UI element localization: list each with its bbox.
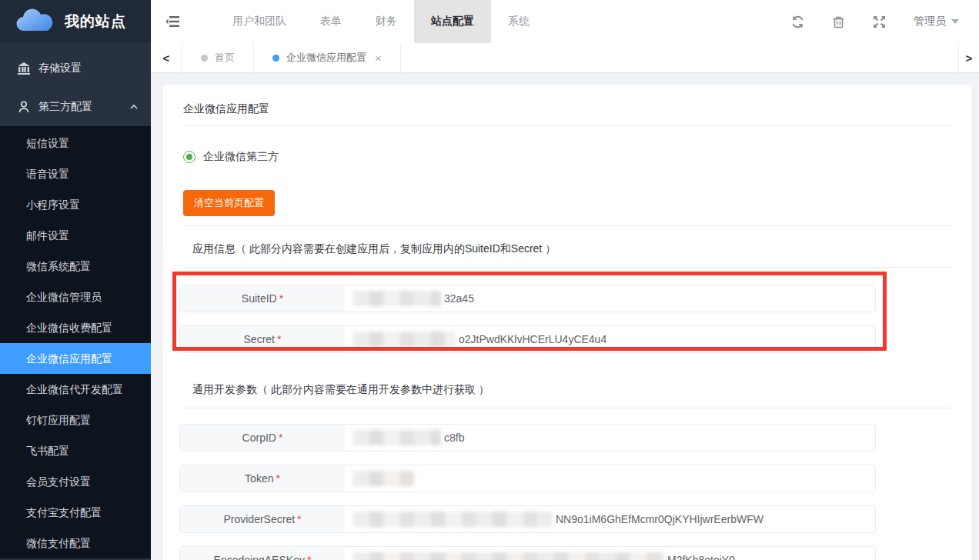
redacted-value-block	[353, 471, 414, 486]
tab-close-icon[interactable]: ×	[375, 52, 382, 64]
sidebar-submenu-item[interactable]: 企业微信代开发配置	[0, 374, 151, 405]
field-label: Secret *	[180, 326, 345, 352]
submenu-item-label: 飞书配置	[26, 445, 69, 457]
sidebar-submenu-item[interactable]: 支付宝支付配置	[0, 497, 151, 528]
form-field-row: Secret * o2JtPwdKKlvHCErLU4yCE4u4	[179, 325, 876, 353]
sidebar-submenu-item[interactable]: 语音设置	[0, 158, 151, 189]
trash-icon[interactable]	[832, 15, 845, 28]
field-input[interactable]: 32a45	[345, 285, 875, 312]
submenu-item-label: 会员支付设置	[26, 475, 91, 488]
field-input[interactable]	[345, 465, 875, 492]
redacted-value-block	[353, 291, 441, 306]
nav-tab-label: 系统	[508, 15, 530, 28]
submenu-item-label: 语音设置	[26, 168, 69, 180]
sidebar-submenu-item[interactable]: 短信设置	[0, 128, 151, 158]
sidebar-submenu-item[interactable]: 钉钉应用配置	[0, 405, 151, 435]
form-field-row: Token *	[179, 465, 876, 492]
fullscreen-icon[interactable]	[873, 15, 886, 28]
nav-tab[interactable]: 系统	[491, 0, 546, 43]
nav-tab-label: 站点配置	[431, 15, 474, 28]
field-label: CorpID *	[180, 425, 345, 451]
divider	[183, 267, 951, 268]
page-tab[interactable]: 企业微信应用配置 ×	[254, 43, 401, 72]
sidebar-item-label: 存储设置	[38, 62, 139, 75]
page-tabbar: < 首页 企业微信应用配置 × >	[151, 43, 979, 73]
nav-tab[interactable]: 财务	[359, 0, 414, 43]
submenu-item-label: 短信设置	[26, 137, 69, 149]
redacted-value-block	[353, 552, 664, 560]
required-asterisk: *	[276, 472, 279, 485]
nav-tab[interactable]: 站点配置	[414, 0, 491, 43]
submenu-item-label: 企业微信管理员	[26, 291, 102, 303]
field-label-text: Secret	[244, 333, 275, 345]
clear-current-page-config-button[interactable]: 清空当前页配置	[183, 190, 275, 216]
submenu-item-label: 支付宝支付配置	[26, 506, 102, 518]
nav-tab-label: 表单	[320, 15, 342, 28]
field-label: SuiteID *	[180, 285, 345, 312]
field-label: ProviderSecret *	[180, 506, 345, 532]
sidebar-item-storage-settings[interactable]: 存储设置	[0, 49, 151, 88]
sidebar-item-label: 第三方配置	[38, 100, 129, 114]
page-tabs: 首页 企业微信应用配置 ×	[182, 43, 401, 72]
required-asterisk: *	[307, 554, 311, 560]
radio-label: 企业微信第三方	[203, 150, 279, 164]
required-asterisk: *	[279, 292, 283, 305]
radio-wecom-third-party[interactable]: 企业微信第三方	[183, 149, 951, 165]
sidebar-item-third-party-config[interactable]: 第三方配置	[0, 88, 151, 126]
chevron-up-icon	[129, 102, 139, 112]
submenu-item-label: 企业微信代开发配置	[26, 383, 123, 395]
field-input[interactable]: c8fb	[345, 425, 875, 451]
sidebar: 我的站点 存储设置 第三方配置 短信设置 语音设置 小程序设置 邮件设置 微信系…	[0, 0, 151, 560]
sidebar-submenu-item[interactable]: 企业微信收费配置	[0, 312, 151, 343]
field-label: EncodeingAESKey *	[180, 547, 345, 560]
field-input[interactable]: NN9o1iM6GhEfMcmr0QjKYHIjwrEerbWFW	[345, 506, 875, 532]
sidebar-submenu-item[interactable]: 企业微信应用配置	[0, 343, 151, 374]
tabs-scroll-right-button[interactable]: >	[958, 43, 979, 72]
tab-status-dot	[201, 55, 208, 62]
radio-button-icon[interactable]	[183, 151, 195, 163]
sidebar-submenu-item[interactable]: 微信支付配置	[0, 528, 151, 558]
nav-tab[interactable]: 表单	[303, 0, 359, 43]
tab-label: 首页	[215, 51, 235, 65]
field-input[interactable]: M2fKb8etoiY0	[345, 547, 875, 560]
field-visible-value: o2JtPwdKKlvHCErLU4yCE4u4	[459, 333, 606, 345]
brand-header[interactable]: 我的站点	[0, 0, 151, 43]
tabs-scroll-left-button[interactable]: <	[151, 43, 182, 72]
form-field-row: SuiteID * 32a45	[179, 285, 876, 312]
divider	[183, 225, 951, 226]
sidebar-fold-button[interactable]	[151, 0, 194, 43]
sidebar-submenu-item[interactable]: 微信系统配置	[0, 251, 151, 282]
refresh-icon[interactable]	[791, 15, 804, 28]
required-asterisk: *	[279, 432, 282, 444]
brand-title: 我的站点	[65, 12, 126, 32]
user-menu[interactable]: 管理员	[914, 15, 959, 28]
field-visible-value: c8fb	[444, 432, 464, 444]
field-label-text: CorpID	[242, 432, 276, 444]
redacted-value-block	[353, 332, 456, 347]
field-visible-value: 32a45	[444, 292, 474, 305]
sidebar-submenu-item[interactable]: 会员支付设置	[0, 466, 151, 497]
form-field-row: EncodeingAESKey * M2fKb8etoiY0	[179, 546, 876, 560]
field-label-text: EncodeingAESKey	[214, 554, 305, 560]
page-tab[interactable]: 首页	[182, 43, 254, 72]
nav-tab-label: 财务	[376, 15, 397, 28]
field-visible-value: M2fKb8etoiY0	[667, 554, 735, 560]
sidebar-submenu-item[interactable]: 小程序设置	[0, 189, 151, 220]
sidebar-submenu-item[interactable]: 飞书配置	[0, 435, 151, 466]
sidebar-submenu-item[interactable]: 邮件设置	[0, 220, 151, 251]
submenu-item-label: 企业微信应用配置	[26, 352, 112, 365]
nav-tab[interactable]: 用户和团队	[216, 0, 303, 43]
caret-down-icon	[951, 19, 959, 24]
sidebar-submenu-item[interactable]: 企业微信管理员	[0, 282, 151, 312]
user-icon	[17, 100, 31, 114]
fold-menu-icon	[165, 15, 180, 28]
field-label-text: SuiteID	[242, 292, 277, 305]
top-navbar: 用户和团队 表单 财务 站点配置 系统 管理员	[151, 0, 979, 43]
config-card: 企业微信应用配置 企业微信第三方 清空当前页配置 应用信息（ 此部分内容需要在创…	[163, 85, 971, 560]
redacted-value-block	[353, 512, 553, 527]
field-input[interactable]: o2JtPwdKKlvHCErLU4yCE4u4	[345, 326, 875, 352]
required-asterisk: *	[277, 333, 281, 345]
user-name: 管理员	[914, 15, 946, 28]
cloud-logo-icon	[14, 8, 54, 35]
common-dev-param-fields: CorpID * c8fb Token * ProviderSecret * N…	[179, 424, 876, 560]
